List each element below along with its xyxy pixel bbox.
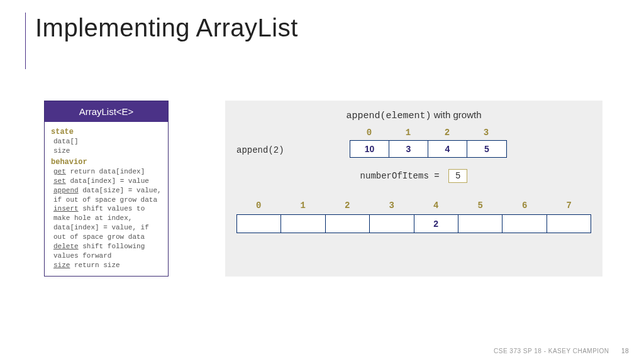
- diagram-title-mono: append(element): [346, 111, 431, 121]
- small-cell: 5: [467, 141, 506, 157]
- method-get-desc: return data[index]: [66, 168, 145, 175]
- method-get: get: [53, 168, 66, 175]
- slide-title: Implementing ArrayList: [35, 14, 644, 42]
- big-index: 4: [414, 200, 458, 214]
- big-index: 0: [236, 200, 281, 214]
- append-call-label: append(2): [236, 145, 350, 158]
- method-set: set: [53, 177, 66, 185]
- small-cell: 4: [428, 141, 467, 157]
- small-cell: 3: [389, 141, 428, 157]
- behavior-keyword: behavior: [51, 157, 162, 167]
- big-index: 6: [502, 200, 547, 214]
- big-cell: [502, 215, 547, 233]
- small-array: 0 1 2 3 10 3 4 5: [350, 128, 507, 158]
- method-size: size: [53, 261, 70, 269]
- big-cell: [547, 215, 591, 233]
- big-cell: [458, 215, 502, 233]
- class-card: ArrayList<E> state data[] size behavior …: [44, 101, 169, 277]
- big-index: 3: [370, 200, 414, 214]
- big-cell: 2: [414, 215, 458, 233]
- title-accent-rule: [25, 13, 26, 69]
- big-index: 1: [281, 200, 326, 214]
- footer-text: CSE 373 SP 18 - KASEY CHAMPION: [494, 348, 609, 354]
- method-size-desc: return size: [70, 261, 119, 269]
- page-number: 18: [621, 348, 629, 354]
- diagram-title-sans: with growth: [431, 109, 481, 120]
- diagram-title: append(element) with growth: [236, 109, 591, 121]
- big-array: 0 1 2 3 4 5 6 7 2: [236, 200, 591, 233]
- slide-footer: CSE 373 SP 18 - KASEY CHAMPION 18: [494, 348, 629, 354]
- class-card-header: ArrayList<E>: [45, 101, 168, 122]
- state-keyword: state: [51, 127, 162, 137]
- big-cell: [326, 215, 370, 233]
- nitems-label: numberOfItems =: [360, 171, 445, 181]
- big-cell: [370, 215, 414, 233]
- small-cell: 10: [350, 141, 389, 157]
- big-index: 7: [547, 200, 592, 214]
- big-index: 2: [325, 200, 370, 214]
- class-card-body: state data[] size behavior get return da…: [45, 122, 168, 276]
- big-cell: [281, 215, 325, 233]
- diagram-panel: append(element) with growth append(2) 0 …: [225, 101, 602, 277]
- small-index: 1: [389, 128, 428, 140]
- nitems-value: 5: [448, 169, 467, 183]
- big-cell: [237, 215, 281, 233]
- method-delete: delete: [53, 243, 79, 250]
- big-index: 5: [458, 200, 503, 214]
- small-index: 3: [467, 128, 506, 140]
- number-of-items: numberOfItems = 5: [236, 169, 591, 183]
- method-append: append: [53, 187, 79, 194]
- state-lines: data[] size: [51, 137, 162, 156]
- method-set-desc: data[index] = value: [66, 177, 149, 185]
- small-index: 2: [428, 128, 467, 140]
- method-insert: insert: [53, 205, 79, 212]
- small-index: 0: [350, 128, 389, 140]
